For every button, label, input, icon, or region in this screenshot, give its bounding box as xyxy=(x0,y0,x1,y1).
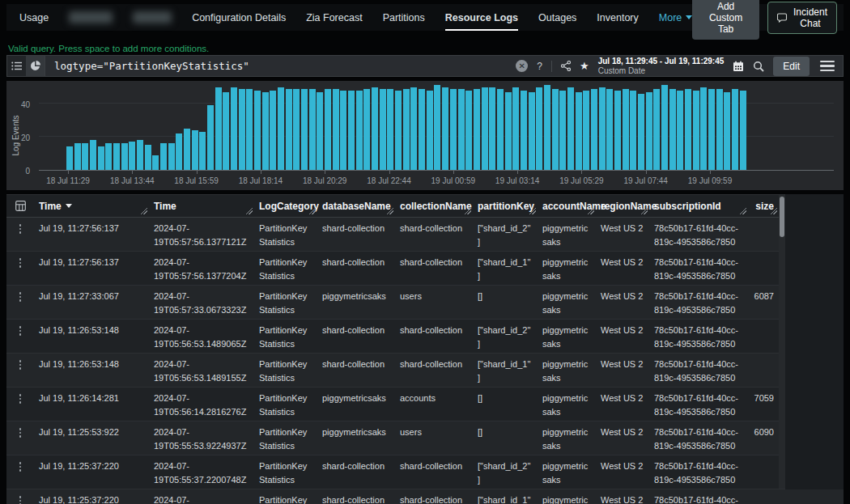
column-header-accountname[interactable]: accountName xyxy=(538,195,596,217)
favorite-star-icon[interactable]: ★ xyxy=(580,60,589,72)
row-actions-kebab-icon[interactable] xyxy=(6,421,34,455)
column-resize-handle[interactable] xyxy=(771,208,777,214)
table-empty-area xyxy=(785,194,844,489)
chart-bar xyxy=(137,140,143,170)
row-actions-kebab-icon[interactable] xyxy=(6,489,34,504)
chart-bar xyxy=(497,89,504,170)
pie-chart-icon[interactable] xyxy=(26,56,45,76)
nav-tab-label: Configuration Details xyxy=(192,12,286,23)
column-resize-handle[interactable] xyxy=(529,208,536,214)
column-settings-icon[interactable] xyxy=(6,195,34,217)
chart-bar xyxy=(207,105,214,170)
column-header-time[interactable]: Time xyxy=(34,195,149,217)
column-resize-handle[interactable] xyxy=(246,208,253,214)
chart-bar xyxy=(239,89,245,170)
logs-table: TimeTimeLogCategorydatabaseNamecollectio… xyxy=(6,194,844,489)
date-range-picker[interactable]: Jul 18, 11:29:45 - Jul 19, 11:29:45 Cust… xyxy=(598,57,725,76)
chart-bar xyxy=(591,89,597,170)
column-header-databasename[interactable]: databaseName xyxy=(317,195,395,217)
cell-time-local: Jul 19, 11:26:53:148 xyxy=(34,320,149,353)
vertical-scrollbar[interactable] xyxy=(779,195,785,489)
table-header-row: TimeTimeLogCategorydatabaseNamecollectio… xyxy=(6,194,844,218)
column-resize-handle[interactable] xyxy=(641,208,648,214)
calendar-icon[interactable] xyxy=(733,61,744,72)
x-tick-label: 18 Jul 11:29 xyxy=(46,176,90,185)
nav-tab-label: Outages xyxy=(538,12,576,23)
list-view-icon[interactable] xyxy=(7,56,26,76)
cell-log-category: PartitionKeyStatistics xyxy=(254,252,317,285)
column-resize-handle[interactable] xyxy=(465,208,471,214)
nav-tab-resource-logs[interactable]: Resource Logs xyxy=(445,4,518,31)
column-header-subscriptionid[interactable]: subscriptionId xyxy=(649,195,748,217)
chart-bar xyxy=(693,91,699,170)
row-actions-kebab-icon[interactable] xyxy=(6,455,34,489)
column-resize-handle[interactable] xyxy=(141,208,147,214)
table-row: Jul 19, 11:27:56:1372024-07-19T05:57:56.… xyxy=(6,252,844,286)
query-input[interactable]: logtype="PartitionKeyStatistics" xyxy=(54,60,249,72)
row-actions-kebab-icon[interactable] xyxy=(6,354,34,387)
cell-database-name: piggymetricsaks xyxy=(317,286,395,319)
cell-time-local: Jul 19, 11:25:37:220 xyxy=(34,489,149,504)
cell-collection-name: shard-collection xyxy=(395,252,473,285)
cell-collection-name: shard-collection xyxy=(395,455,473,489)
column-header-partitionkey[interactable]: partitionKey xyxy=(473,195,538,217)
chart-bar xyxy=(505,92,512,170)
chart-bar xyxy=(317,92,323,170)
search-icon[interactable] xyxy=(753,61,764,72)
cell-partition-key: [] xyxy=(473,388,538,421)
column-header-collectionname[interactable]: collectionName xyxy=(395,195,473,217)
cell-time-utc: 2024-07-19T05:57:56.1377204Z xyxy=(149,252,254,285)
nav-tab-inventory[interactable]: Inventory xyxy=(597,4,638,31)
row-actions-kebab-icon[interactable] xyxy=(6,218,34,251)
column-resize-handle[interactable] xyxy=(387,208,393,214)
chart-bar xyxy=(724,92,730,170)
add-custom-tab-button[interactable]: Add Custom Tab xyxy=(692,0,759,40)
chart-bar xyxy=(599,87,606,171)
help-icon[interactable]: ? xyxy=(537,61,542,72)
row-actions-kebab-icon[interactable] xyxy=(6,388,34,421)
cell-collection-name: users xyxy=(395,421,473,455)
query-bar: logtype="PartitionKeyStatistics" ✕ ? ★ J… xyxy=(6,55,844,77)
nav-tab-usage[interactable]: Usage xyxy=(19,4,49,31)
edit-button[interactable]: Edit xyxy=(773,57,810,76)
chart-bar xyxy=(482,87,488,171)
cell-size: 6090 xyxy=(748,421,779,455)
chart-bar xyxy=(168,143,175,170)
nav-actions: Add Custom Tab Incident Chat xyxy=(692,0,844,40)
menu-icon[interactable] xyxy=(818,59,836,74)
row-actions-kebab-icon[interactable] xyxy=(6,286,34,319)
nav-tab-zia-forecast[interactable]: Zia Forecast xyxy=(306,4,362,31)
chart-bar xyxy=(262,92,269,170)
cell-subscription-id: 78c50b17-61fd-40cc-819c-4953586c7850 xyxy=(649,252,748,285)
column-header-size[interactable]: size xyxy=(748,195,779,217)
chart-x-ticks: 18 Jul 11:2918 Jul 13:4418 Jul 15:5918 J… xyxy=(39,176,834,188)
column-header-logcategory[interactable]: LogCategory xyxy=(254,195,317,217)
nav-tab-more[interactable]: More xyxy=(659,4,692,31)
y-tick-label: 0 xyxy=(25,167,30,176)
nav-tab-redacted[interactable] xyxy=(133,11,172,23)
clear-query-icon[interactable]: ✕ xyxy=(516,60,528,72)
chart-bar xyxy=(552,89,559,170)
row-actions-kebab-icon[interactable] xyxy=(6,252,34,285)
column-resize-handle[interactable] xyxy=(588,208,594,214)
chart-bar xyxy=(160,143,167,170)
cell-database-name: shard-collection xyxy=(317,489,395,504)
column-resize-handle[interactable] xyxy=(740,208,746,214)
cell-subscription-id: 78c50b17-61fd-40cc-819c-4953586c7850 xyxy=(649,218,748,251)
nav-tab-configuration-details[interactable]: Configuration Details xyxy=(192,4,286,31)
incident-chat-button[interactable]: Incident Chat xyxy=(767,2,837,34)
cell-time-utc: 2024-07-19T05:55:37.2200748Z xyxy=(149,455,254,489)
nav-tab-partitions[interactable]: Partitions xyxy=(383,4,425,31)
row-actions-kebab-icon[interactable] xyxy=(6,320,34,353)
query-status-message: Valid query. Press space to add more con… xyxy=(8,44,209,53)
column-header-regionname[interactable]: regionName xyxy=(596,195,649,217)
cell-database-name: shard-collection xyxy=(317,252,395,285)
chart-bar xyxy=(536,87,542,171)
cell-log-category: PartitionKeyStatistics xyxy=(254,320,317,353)
scrollbar-thumb[interactable] xyxy=(780,197,784,237)
nav-tab-redacted[interactable] xyxy=(69,11,113,23)
share-icon[interactable] xyxy=(561,61,571,71)
column-resize-handle[interactable] xyxy=(309,208,316,214)
column-header-time-utc[interactable]: Time xyxy=(149,195,254,217)
nav-tab-outages[interactable]: Outages xyxy=(538,4,576,31)
